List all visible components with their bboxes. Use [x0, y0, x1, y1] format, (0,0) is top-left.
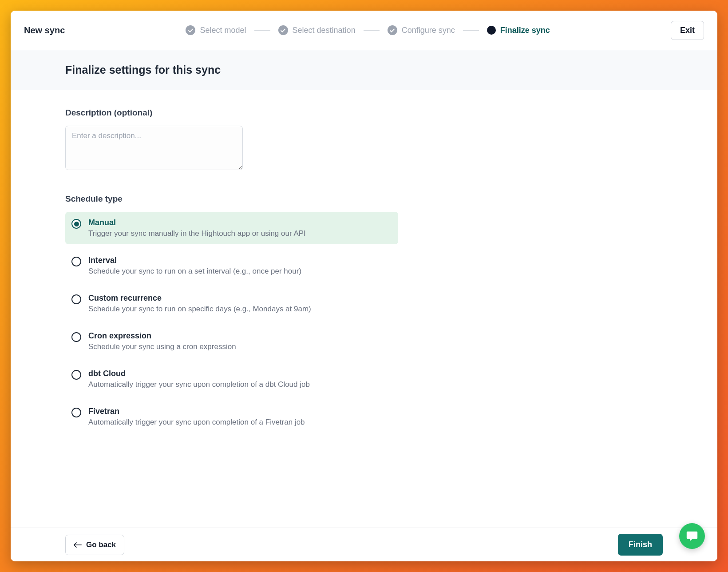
radio-desc: Schedule your sync using a cron expressi…: [88, 342, 236, 351]
radio-icon: [71, 294, 81, 304]
step-configure-sync: Configure sync: [388, 25, 455, 35]
schedule-option-interval[interactable]: Interval Schedule your sync to run on a …: [65, 250, 398, 282]
step-select-destination: Select destination: [278, 25, 356, 35]
step-divider: [463, 30, 479, 31]
schedule-option-fivetran[interactable]: Fivetran Automatically trigger your sync…: [65, 401, 398, 433]
schedule-option-custom-recurrence[interactable]: Custom recurrence Schedule your sync to …: [65, 287, 398, 320]
go-back-label: Go back: [86, 540, 116, 549]
radio-icon: [71, 332, 81, 342]
radio-desc: Schedule your sync to run on a set inter…: [88, 267, 301, 276]
radio-title: Manual: [88, 218, 306, 227]
radio-desc: Trigger your sync manually in the Highto…: [88, 229, 306, 238]
exit-button[interactable]: Exit: [671, 21, 704, 40]
arrow-left-icon: [74, 542, 82, 548]
radio-title: Cron expression: [88, 331, 236, 341]
step-finalize-sync: Finalize sync: [487, 26, 550, 35]
step-label: Select model: [200, 26, 246, 35]
radio-title: Fivetran: [88, 407, 305, 416]
step-divider: [254, 30, 270, 31]
description-label: Description (optional): [65, 108, 717, 118]
radio-title: Interval: [88, 256, 301, 265]
description-input[interactable]: [65, 126, 243, 170]
schedule-section: Schedule type Manual Trigger your sync m…: [65, 194, 717, 433]
subtitle: Finalize settings for this sync: [65, 64, 717, 76]
app-window: New sync Select model Select destination: [11, 11, 717, 561]
step-label: Configure sync: [402, 26, 455, 35]
subheader: Finalize settings for this sync: [11, 50, 717, 90]
go-back-button[interactable]: Go back: [65, 535, 124, 555]
radio-title: dbt Cloud: [88, 369, 310, 378]
radio-icon: [71, 219, 81, 229]
page-title: New sync: [24, 25, 65, 36]
content-area: Description (optional) Schedule type Man…: [11, 90, 717, 528]
step-divider: [364, 30, 380, 31]
schedule-option-manual[interactable]: Manual Trigger your sync manually in the…: [65, 212, 398, 244]
radio-icon: [71, 370, 81, 380]
schedule-option-dbt-cloud[interactable]: dbt Cloud Automatically trigger your syn…: [65, 363, 398, 395]
check-icon: [388, 25, 397, 35]
chat-icon: [685, 529, 699, 543]
schedule-label: Schedule type: [65, 194, 717, 204]
footer: Go back Finish: [11, 528, 717, 561]
finish-button[interactable]: Finish: [618, 534, 663, 556]
schedule-radio-group: Manual Trigger your sync manually in the…: [65, 212, 398, 433]
chat-launcher[interactable]: [679, 523, 705, 549]
check-icon: [186, 25, 195, 35]
description-section: Description (optional): [65, 108, 717, 172]
radio-desc: Automatically trigger your sync upon com…: [88, 418, 305, 427]
topbar: New sync Select model Select destination: [11, 11, 717, 50]
active-dot-icon: [487, 26, 496, 35]
radio-desc: Automatically trigger your sync upon com…: [88, 380, 310, 389]
radio-title: Custom recurrence: [88, 294, 311, 303]
radio-desc: Schedule your sync to run on specific da…: [88, 305, 311, 314]
radio-icon: [71, 408, 81, 417]
step-select-model: Select model: [186, 25, 246, 35]
check-icon: [278, 25, 288, 35]
schedule-option-cron[interactable]: Cron expression Schedule your sync using…: [65, 325, 398, 358]
step-label: Select destination: [293, 26, 356, 35]
stepper: Select model Select destination Configur…: [65, 25, 671, 35]
radio-icon: [71, 257, 81, 266]
step-label: Finalize sync: [500, 26, 550, 35]
